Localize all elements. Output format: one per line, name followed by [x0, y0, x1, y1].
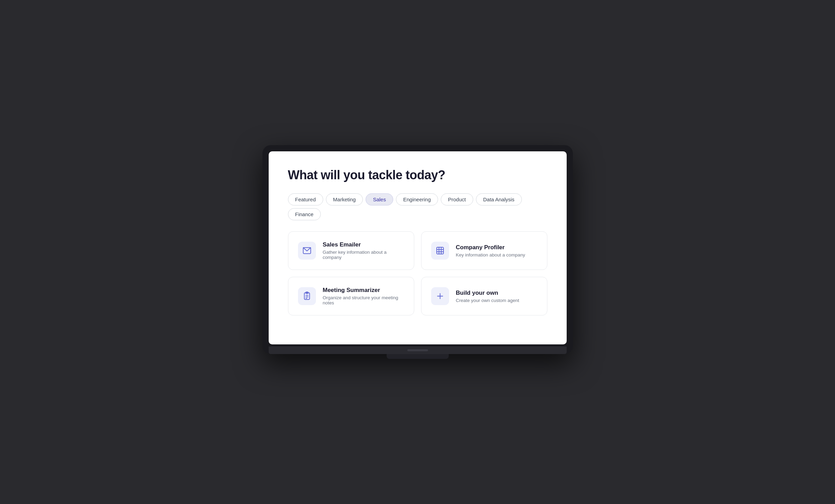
meeting-summarizer-desc: Organize and structure your meeting note…	[323, 295, 404, 305]
laptop-base	[269, 346, 567, 354]
card-sales-emailer[interactable]: Sales Emailer Gather key information abo…	[288, 231, 414, 270]
company-profiler-desc: Key information about a company	[456, 252, 525, 258]
laptop-stand	[387, 354, 449, 359]
build-your-own-title: Build your own	[456, 290, 519, 296]
build-your-own-desc: Create your own custom agent	[456, 298, 519, 303]
sales-emailer-title: Sales Emailer	[323, 241, 404, 248]
meeting-summarizer-icon-wrap	[298, 287, 316, 305]
plus-icon	[436, 292, 445, 301]
company-profiler-icon-wrap	[431, 242, 449, 260]
tab-featured[interactable]: Featured	[288, 193, 323, 205]
build-your-own-icon-wrap	[431, 287, 449, 305]
laptop-frame: What will you tackle today? Featured Mar…	[262, 145, 573, 359]
mail-icon	[302, 246, 311, 255]
sales-emailer-icon-wrap	[298, 242, 316, 260]
tab-finance[interactable]: Finance	[288, 208, 321, 220]
card-meeting-summarizer[interactable]: Meeting Summarizer Organize and structur…	[288, 277, 414, 315]
page-title: What will you tackle today?	[288, 168, 547, 182]
card-company-profiler[interactable]: Company Profiler Key information about a…	[421, 231, 547, 270]
clipboard-icon	[302, 292, 311, 301]
building-icon	[436, 246, 445, 255]
tab-data-analysis[interactable]: Data Analysis	[476, 193, 522, 205]
meeting-summarizer-title: Meeting Summarizer	[323, 287, 404, 294]
tab-sales[interactable]: Sales	[366, 193, 393, 205]
tab-product[interactable]: Product	[441, 193, 473, 205]
laptop-notch	[407, 349, 428, 351]
company-profiler-title: Company Profiler	[456, 244, 525, 251]
svg-rect-1	[437, 247, 444, 254]
tabs-container: Featured Marketing Sales Engineering Pro…	[288, 193, 547, 220]
sales-emailer-desc: Gather key information about a company	[323, 250, 404, 260]
tab-engineering[interactable]: Engineering	[396, 193, 438, 205]
cards-grid: Sales Emailer Gather key information abo…	[288, 231, 547, 315]
tab-marketing[interactable]: Marketing	[326, 193, 363, 205]
card-build-your-own[interactable]: Build your own Create your own custom ag…	[421, 277, 547, 315]
